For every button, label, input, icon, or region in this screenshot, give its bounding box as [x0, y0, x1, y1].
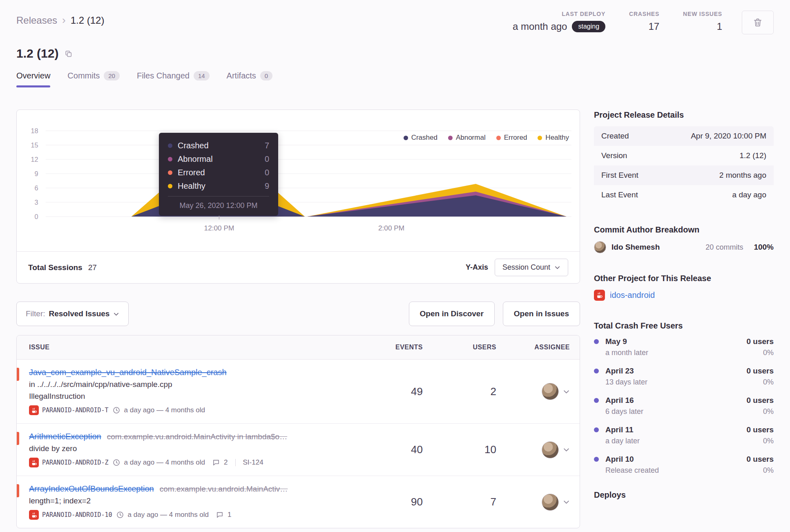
tab-files-changed[interactable]: Files Changed 14 — [137, 71, 210, 86]
crash-free-heading: Total Crash Free Users — [594, 321, 774, 331]
release-sidebar: Project Release Details Created Apr 9, 2… — [594, 110, 774, 506]
issues-filter-dropdown[interactable]: Filter: Resolved Issues — [16, 302, 129, 326]
timeline-item: April 16 0 users 6 days later 0% — [594, 396, 774, 416]
legend-crashed[interactable]: Crashed — [404, 134, 437, 142]
chevron-down-icon[interactable] — [563, 498, 570, 505]
tooltip-value: 0 — [265, 168, 269, 177]
issue-title-link[interactable]: ArithmeticException — [29, 432, 101, 441]
issue-age: a day ago — 4 months old — [128, 511, 209, 519]
java-project-icon — [594, 290, 605, 301]
project-badge[interactable]: PARANOID-ANDROID-10 — [29, 510, 112, 520]
y-tick: 0 — [35, 213, 38, 220]
timeline-dot-icon — [594, 339, 599, 344]
deploys-heading: Deploys — [594, 490, 774, 500]
timeline-sub: a day later — [605, 437, 746, 445]
detail-row: First Event 2 months ago — [594, 165, 774, 185]
tooltip-label: Healthy — [178, 181, 205, 191]
legend-errored[interactable]: Errored — [496, 134, 527, 142]
detail-value: 2 months ago — [719, 171, 766, 180]
issue-row[interactable]: ArithmeticException com.example.vu.andro… — [17, 424, 580, 476]
chevron-down-icon — [554, 264, 560, 270]
author-avatar — [594, 241, 606, 253]
y-tick: 6 — [35, 184, 38, 192]
chevron-down-icon[interactable] — [563, 388, 570, 395]
project-slug: PARANOID-ANDROID-T — [42, 407, 109, 414]
y-tick: 3 — [35, 199, 38, 206]
crashed-dot-icon — [168, 143, 172, 148]
tab-label: Artifacts — [227, 71, 256, 80]
open-in-issues-button[interactable]: Open in Issues — [503, 302, 580, 326]
issue-users-count: 2 — [423, 368, 496, 415]
issue-events-count: 49 — [353, 368, 423, 415]
detail-label: Created — [601, 132, 629, 141]
legend-abnormal[interactable]: Abnormal — [448, 134, 486, 142]
breadcrumb-releases-link[interactable]: Releases — [16, 15, 57, 26]
timeline-sub: Release created — [605, 466, 746, 475]
x-tick: 12:00 PM — [204, 224, 234, 232]
tab-overview[interactable]: Overview — [16, 71, 50, 86]
release-tabs: Overview Commits 20 Files Changed 14 Art… — [16, 71, 774, 86]
tooltip-label: Crashed — [178, 141, 209, 150]
errored-dot-icon — [168, 170, 172, 175]
legend-label: Abnormal — [456, 134, 486, 142]
tooltip-label: Abnormal — [178, 154, 213, 164]
yaxis-selected-value: Session Count — [502, 263, 550, 272]
issue-events-count: 40 — [353, 432, 423, 467]
chevron-down-icon[interactable] — [563, 446, 570, 453]
tooltip-row: Crashed 7 — [168, 141, 269, 150]
open-in-discover-button[interactable]: Open in Discover — [409, 302, 495, 326]
issue-culprit: in ../../../../src/main/cpp/native-sampl… — [29, 380, 353, 389]
issue-level-indicator — [17, 432, 19, 445]
issue-title-link[interactable]: Java_com_example_vu_android_NativeSample… — [29, 368, 227, 377]
page-title: 1.2 (12) — [16, 47, 58, 60]
tab-artifacts[interactable]: Artifacts 0 — [227, 71, 273, 86]
project-badge[interactable]: PARANOID-ANDROID-T — [29, 405, 109, 415]
issue-title-link[interactable]: ArrayIndexOutOfBoundsException — [29, 484, 154, 494]
timeline-users: 0 users — [746, 425, 774, 434]
yaxis-select[interactable]: Session Count — [495, 259, 568, 276]
page-header: Releases › 1.2 (12) LAST DEPLOY a month … — [16, 11, 774, 34]
stat-crashes: CRASHES 17 — [629, 11, 659, 32]
tab-commits[interactable]: Commits 20 — [67, 71, 120, 86]
details-heading: Project Release Details — [594, 110, 774, 120]
stat-label: NEW ISSUES — [683, 11, 722, 17]
release-stats: LAST DEPLOY a month ago staging CRASHES … — [513, 11, 722, 32]
comments-count: 1 — [228, 511, 231, 519]
commit-author-row: Ido Shemesh 20 commits 100% — [594, 241, 774, 253]
yaxis-label: Y-Axis — [466, 263, 488, 272]
issue-events-count: 90 — [353, 484, 423, 520]
issue-row[interactable]: ArrayIndexOutOfBoundsException com.examp… — [17, 476, 580, 528]
timeline-percent: 0% — [746, 407, 774, 416]
abnormal-dot-icon — [448, 136, 453, 140]
other-project-heading: Other Project for This Release — [594, 274, 774, 283]
tooltip-row: Abnormal 0 — [168, 154, 269, 164]
sessions-chart[interactable]: Crashed Abnormal Errored Healthy — [17, 125, 580, 251]
issue-row[interactable]: Java_com_example_vu_android_NativeSample… — [17, 360, 580, 424]
other-project-link[interactable]: idos-android — [610, 291, 655, 300]
environment-badge: staging — [572, 21, 605, 32]
tab-label: Commits — [67, 71, 100, 80]
issue-age: a day ago — 4 months old — [124, 458, 205, 467]
tab-label: Overview — [16, 71, 50, 80]
other-project-row: idos-android — [594, 290, 774, 301]
author-percent: 100% — [754, 243, 774, 252]
assignee-avatar[interactable] — [542, 494, 559, 511]
timeline-date: May 9 — [605, 337, 746, 346]
project-badge[interactable]: PARANOID-ANDROID-Z — [29, 458, 109, 467]
assignee-avatar[interactable] — [542, 383, 559, 400]
project-slug: PARANOID-ANDROID-10 — [42, 511, 112, 519]
detail-value: Apr 9, 2020 10:00 PM — [691, 132, 766, 141]
assignee-avatar[interactable] — [542, 441, 559, 458]
legend-healthy[interactable]: Healthy — [538, 134, 569, 142]
stat-last-deploy: LAST DEPLOY a month ago staging — [513, 11, 605, 32]
issues-table-header: ISSUE EVENTS USERS ASSIGNEE — [17, 335, 580, 360]
assignee-cell — [496, 368, 570, 415]
delete-release-button[interactable] — [742, 11, 774, 34]
timeline-dot-icon — [594, 398, 599, 403]
stat-label: LAST DEPLOY — [513, 11, 605, 17]
new-issues-value: 1 — [717, 21, 722, 32]
stat-new-issues: NEW ISSUES 1 — [683, 11, 722, 32]
tooltip-row: Healthy 9 — [168, 181, 269, 191]
copy-version-button[interactable] — [64, 49, 73, 58]
author-commit-count: 20 commits — [705, 243, 743, 252]
